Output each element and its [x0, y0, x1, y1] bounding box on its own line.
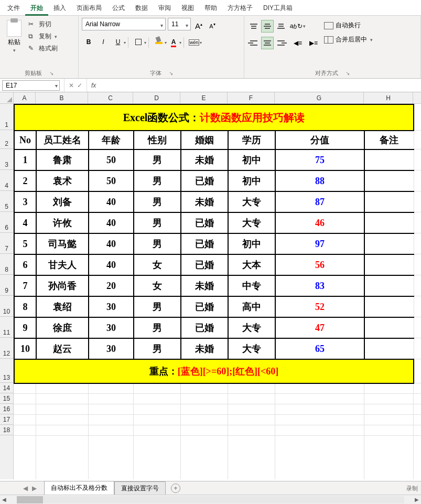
- align-top-button[interactable]: [247, 20, 260, 33]
- copy-button[interactable]: 复制▾: [28, 32, 58, 41]
- cell[interactable]: 袁术: [36, 170, 89, 191]
- cell[interactable]: 56: [275, 254, 364, 275]
- cell[interactable]: [364, 212, 414, 233]
- sheet-tab-other[interactable]: 直接设置字号: [114, 481, 166, 495]
- cell[interactable]: [364, 233, 414, 254]
- cell[interactable]: 男: [134, 212, 181, 233]
- row-header-1[interactable]: 1: [0, 104, 13, 130]
- ribbon-tab-8[interactable]: 帮助: [199, 0, 222, 16]
- cell[interactable]: 男: [134, 296, 181, 317]
- decrease-font-button[interactable]: A▾: [207, 18, 218, 30]
- row-headers[interactable]: 123456789101112131415161718: [0, 104, 14, 479]
- align-dialog-launcher-icon[interactable]: ↘: [346, 70, 350, 76]
- ribbon-tab-10[interactable]: DIY工具箱: [258, 0, 298, 16]
- cell[interactable]: 初中: [228, 233, 275, 254]
- cell[interactable]: [364, 296, 414, 317]
- cell[interactable]: 6: [14, 254, 36, 275]
- cell[interactable]: 20: [89, 275, 134, 296]
- cell[interactable]: 7: [14, 275, 36, 296]
- sheet-nav[interactable]: ◀▶: [16, 485, 44, 492]
- clipboard-dialog-launcher-icon[interactable]: ↘: [49, 70, 53, 76]
- cell[interactable]: 女: [134, 254, 181, 275]
- row-header-11[interactable]: 11: [0, 317, 13, 338]
- cell[interactable]: 大专: [228, 212, 275, 233]
- cell[interactable]: [364, 254, 414, 275]
- underline-button[interactable]: U▾: [111, 36, 125, 49]
- cell[interactable]: 男: [134, 233, 181, 254]
- cell[interactable]: 4: [14, 212, 36, 233]
- cell[interactable]: 赵云: [36, 338, 89, 359]
- formula-cancel-button[interactable]: ✕: [69, 82, 74, 89]
- increase-font-button[interactable]: A▴: [193, 18, 204, 30]
- spreadsheet-grid[interactable]: ABCDEFGH 123456789101112131415161718 Exc…: [0, 92, 421, 479]
- row-header-2[interactable]: 2: [0, 130, 13, 149]
- row-header-16[interactable]: 16: [0, 404, 13, 414]
- col-header-B[interactable]: B: [36, 92, 88, 103]
- row-header-18[interactable]: 18: [0, 425, 13, 435]
- col-header-A[interactable]: A: [14, 92, 36, 103]
- ribbon-tab-4[interactable]: 公式: [107, 0, 130, 16]
- name-box[interactable]: E17: [2, 80, 60, 91]
- cell[interactable]: 已婚: [181, 212, 228, 233]
- align-middle-button[interactable]: [261, 20, 274, 33]
- col-header-G[interactable]: G: [275, 92, 364, 103]
- cell[interactable]: 8: [14, 296, 36, 317]
- font-color-button[interactable]: A▾: [167, 36, 180, 49]
- cell[interactable]: 男: [134, 191, 181, 212]
- italic-button[interactable]: I: [96, 36, 110, 49]
- orientation-button[interactable]: ab↻▾: [290, 20, 305, 33]
- cell[interactable]: 88: [275, 170, 364, 191]
- cell[interactable]: 47: [275, 317, 364, 338]
- cell[interactable]: [364, 338, 414, 359]
- row-header-17[interactable]: 17: [0, 414, 13, 425]
- cell[interactable]: 大本: [228, 254, 275, 275]
- cell[interactable]: 50: [89, 149, 134, 170]
- ribbon-tab-3[interactable]: 页面布局: [71, 0, 107, 16]
- cell[interactable]: 10: [14, 338, 36, 359]
- cell[interactable]: 未婚: [181, 149, 228, 170]
- cell[interactable]: 高中: [228, 296, 275, 317]
- row-header-10[interactable]: 10: [0, 296, 13, 317]
- row-header-15[interactable]: 15: [0, 393, 13, 404]
- col-header-D[interactable]: D: [133, 92, 180, 103]
- cell[interactable]: 刘备: [36, 191, 89, 212]
- font-size-select[interactable]: 11: [168, 18, 191, 30]
- cell[interactable]: 75: [275, 149, 364, 170]
- cell[interactable]: 大专: [228, 317, 275, 338]
- cell[interactable]: [364, 191, 414, 212]
- row-header-4[interactable]: 4: [0, 170, 13, 191]
- cell[interactable]: [364, 317, 414, 338]
- cell[interactable]: 30: [89, 338, 134, 359]
- ribbon-tab-1[interactable]: 开始: [25, 0, 48, 16]
- cell[interactable]: 97: [275, 233, 364, 254]
- row-header-7[interactable]: 7: [0, 233, 13, 254]
- column-headers[interactable]: ABCDEFGH: [14, 92, 421, 104]
- row-header-5[interactable]: 5: [0, 191, 13, 212]
- font-name-select[interactable]: Arial Narrow: [82, 18, 166, 30]
- cell[interactable]: 女: [134, 275, 181, 296]
- fill-color-button[interactable]: ▾: [152, 36, 166, 49]
- increase-indent-button[interactable]: ▶≡: [306, 37, 321, 49]
- cell[interactable]: 40: [89, 191, 134, 212]
- cell[interactable]: 袁绍: [36, 296, 89, 317]
- cell[interactable]: 未婚: [181, 275, 228, 296]
- phonetic-button[interactable]: wén▾: [187, 36, 201, 49]
- row-header-13[interactable]: 13: [0, 359, 13, 383]
- horizontal-scrollbar[interactable]: ◀▶: [0, 495, 421, 504]
- cell[interactable]: 孙尚香: [36, 275, 89, 296]
- cell[interactable]: 大专: [228, 191, 275, 212]
- cell[interactable]: 中专: [228, 275, 275, 296]
- cell[interactable]: 1: [14, 149, 36, 170]
- sheet-tab-active[interactable]: 自动标出不及格分数: [44, 481, 114, 496]
- row-header-14[interactable]: 14: [0, 383, 13, 393]
- ribbon-tab-7[interactable]: 视图: [176, 0, 199, 16]
- ribbon-tab-2[interactable]: 插入: [48, 0, 71, 16]
- cell[interactable]: 未婚: [181, 338, 228, 359]
- col-header-F[interactable]: F: [228, 92, 275, 103]
- align-left-button[interactable]: [247, 37, 260, 49]
- ribbon-tab-5[interactable]: 数据: [130, 0, 153, 16]
- cell[interactable]: [364, 170, 414, 191]
- cell[interactable]: 大专: [228, 338, 275, 359]
- cell[interactable]: 65: [275, 338, 364, 359]
- decrease-indent-button[interactable]: ◀≡: [290, 37, 305, 49]
